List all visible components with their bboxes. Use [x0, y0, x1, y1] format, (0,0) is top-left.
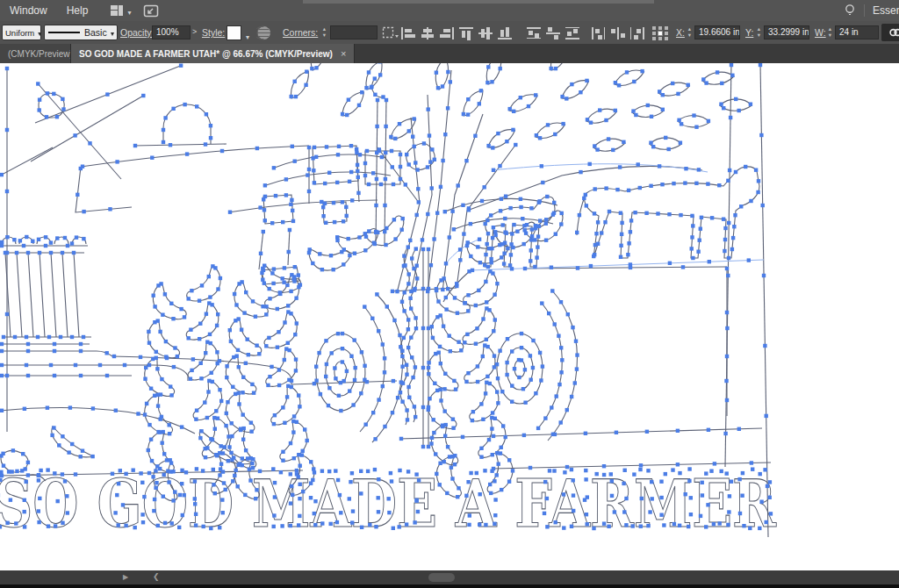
opacity-input[interactable]: 100%	[152, 25, 191, 39]
align-top-icon	[458, 26, 474, 40]
recolor-artwork-button[interactable]	[255, 25, 272, 40]
corners-stepper[interactable]	[320, 25, 328, 38]
select-similar-icon	[382, 26, 399, 39]
chevron-down-icon	[111, 27, 114, 38]
globe-icon	[256, 25, 271, 40]
align-left-icon	[400, 26, 416, 40]
distribute-top-icon	[526, 26, 542, 40]
chevron-down-icon	[38, 27, 41, 38]
horizontal-scrollbar[interactable]	[0, 570, 899, 584]
share-screen-button[interactable]	[143, 4, 159, 18]
w-label[interactable]: W:	[815, 27, 826, 38]
align-horizontal-center-icon	[420, 26, 435, 40]
illustrator-window: { "menubar": { "items": [ {"label": "Win…	[0, 0, 899, 588]
align-vertical-center-icon	[478, 26, 493, 40]
distribute-horizontal-center-icon	[610, 26, 626, 40]
vector-artwork[interactable]: SO GOD MADE A FARMER	[0, 63, 899, 570]
distribute-vertical-center-button[interactable]	[544, 25, 562, 40]
x-label[interactable]: X:	[676, 27, 685, 38]
align-right-icon	[439, 26, 455, 40]
distribute-right-button[interactable]	[629, 25, 646, 40]
distribute-horizontal-center-button[interactable]	[609, 25, 627, 40]
stroke-preview-icon	[48, 32, 80, 33]
chevron-down-icon[interactable]	[246, 27, 249, 43]
align-bottom-icon	[497, 26, 513, 40]
x-stepper[interactable]	[686, 25, 694, 38]
align-horizontal-center-button[interactable]	[419, 25, 436, 40]
workspace-switcher-button[interactable]	[110, 3, 131, 18]
y-label[interactable]: Y:	[745, 27, 753, 38]
close-icon[interactable]: ×	[341, 48, 346, 59]
y-input[interactable]: 33.2999 in	[764, 25, 809, 39]
artboard-canvas[interactable]: SO GOD MADE A FARMER	[0, 63, 899, 570]
align-top-button[interactable]	[457, 25, 475, 40]
y-stepper[interactable]	[755, 25, 763, 38]
distribute-bottom-icon	[565, 26, 580, 40]
scrollbar-thumb[interactable]	[428, 573, 455, 582]
align-right-button[interactable]	[438, 25, 456, 40]
previous-artboard-icon[interactable]	[153, 572, 160, 581]
menu-help[interactable]: Help	[57, 0, 98, 21]
distribute-bottom-button[interactable]	[564, 25, 581, 40]
window-bottom-edge	[0, 584, 899, 588]
variable-width-profile-dropdown[interactable]: Uniform	[2, 25, 41, 40]
tab-document-active[interactable]: SO GOD MADE A FARMER UTAH* @ 66.67% (CMY…	[71, 44, 355, 63]
next-artboard-icon[interactable]	[123, 573, 128, 581]
discover-lightbulb-icon[interactable]	[844, 4, 856, 18]
brush-value: Basic	[84, 27, 107, 38]
document-tab-bar: (CMYK/Preview) × SO GOD MADE A FARMER UT…	[0, 44, 899, 63]
select-similar-button[interactable]	[380, 25, 401, 40]
corners-label[interactable]: Corners:	[283, 27, 318, 38]
window-edge-highlight	[303, 0, 654, 4]
distribute-left-button[interactable]	[590, 25, 608, 40]
tab-document-inactive[interactable]: (CMYK/Preview) ×	[0, 44, 71, 63]
reference-point-button[interactable]	[650, 25, 671, 40]
constrain-link-button[interactable]	[884, 24, 899, 41]
link-chain-icon	[888, 27, 899, 38]
distribute-left-icon	[591, 26, 607, 40]
brush-definition-dropdown[interactable]: Basic	[44, 25, 118, 40]
w-stepper[interactable]	[826, 25, 834, 38]
share-screen-icon	[143, 4, 159, 18]
menu-window[interactable]: Window	[0, 0, 57, 21]
align-bottom-button[interactable]	[496, 25, 514, 40]
w-input[interactable]: 24 in	[835, 25, 879, 39]
highlighted-selection-paths[interactable]	[446, 164, 764, 270]
control-bar: Uniform Basic Opacity: 100% Style: Corne…	[0, 21, 899, 45]
workspace-name-label[interactable]: Essen	[873, 4, 899, 17]
distribute-vertical-center-icon	[545, 26, 561, 40]
distribute-top-button[interactable]	[525, 25, 543, 40]
graphic-style-swatch[interactable]	[227, 25, 241, 40]
x-input[interactable]: 19.6606 in	[694, 25, 740, 39]
align-left-button[interactable]	[399, 25, 417, 40]
variable-width-value: Uniform	[5, 28, 34, 38]
tab-label: (CMYK/Preview)	[8, 49, 71, 59]
align-vertical-center-button[interactable]	[477, 25, 494, 40]
workspace-grid-icon	[110, 4, 124, 17]
tab-label: SO GOD MADE A FARMER UTAH* @ 66.67% (CMY…	[79, 49, 333, 59]
chevron-down-icon	[127, 3, 131, 18]
divider	[864, 4, 865, 17]
distribute-right-icon	[629, 26, 645, 40]
opacity-menu-arrow-icon[interactable]	[192, 27, 197, 36]
style-label[interactable]: Style:	[202, 27, 225, 38]
artwork-headline-text[interactable]: SO GOD MADE A FARMER	[0, 466, 776, 541]
opacity-label[interactable]: Opacity:	[120, 27, 155, 38]
reference-point-icon	[651, 25, 669, 41]
corners-input[interactable]	[330, 25, 378, 39]
